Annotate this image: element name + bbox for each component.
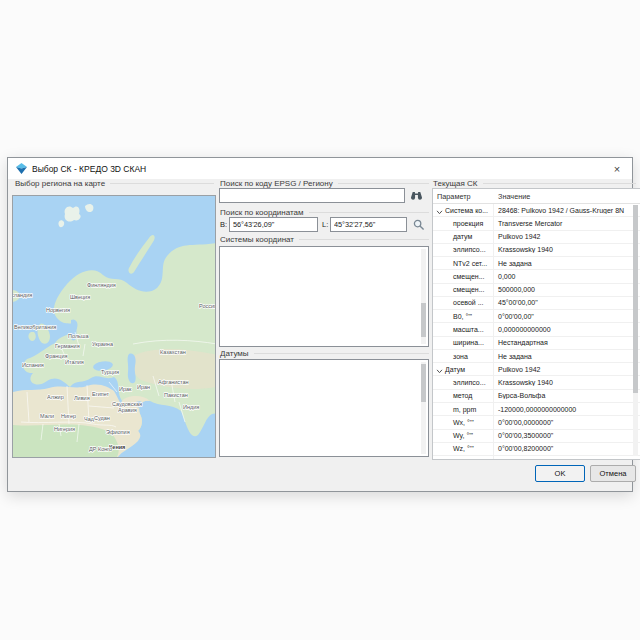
map-region-picker[interactable]: ИсландияФинляндияШвецияНорвегияРоссияВел… bbox=[12, 195, 216, 458]
param-value: 0°00'00,8200000" bbox=[494, 445, 640, 452]
l-coordinate-label: L: bbox=[322, 220, 328, 229]
param-value: 0°00'00,3500000" bbox=[494, 432, 640, 439]
svg-text:Испания: Испания bbox=[22, 362, 44, 368]
app-logo-icon bbox=[16, 163, 27, 174]
table-row[interactable]: Wz, °'" 0°00'00,8200000" bbox=[433, 443, 640, 456]
b-coordinate-input[interactable] bbox=[229, 217, 318, 232]
group-datums: Датумы bbox=[220, 348, 429, 358]
svg-text:Финляндия: Финляндия bbox=[87, 282, 116, 288]
chevron-down-icon[interactable] bbox=[436, 363, 443, 375]
svg-text:Турция: Турция bbox=[101, 369, 119, 375]
param-value: Krassowsky 1940 bbox=[494, 379, 640, 386]
table-row[interactable]: Датум Pulkovo 1942 bbox=[433, 363, 640, 376]
param-name: ширина... bbox=[453, 339, 484, 346]
table-row[interactable]: ширина... Нестандартная bbox=[433, 337, 640, 350]
datums-list[interactable] bbox=[219, 359, 429, 457]
param-name: Wz, °'" bbox=[453, 445, 474, 452]
table-row[interactable]: проекция Transverse Mercator bbox=[433, 217, 640, 230]
epsg-search-input[interactable] bbox=[219, 188, 405, 203]
ok-button[interactable]: OK bbox=[535, 465, 585, 482]
param-value: Transverse Mercator bbox=[494, 220, 640, 227]
close-icon[interactable]: × bbox=[602, 158, 632, 179]
svg-text:Судан: Судан bbox=[94, 415, 110, 421]
svg-text:Эфиопия: Эфиопия bbox=[106, 429, 130, 435]
b-coordinate-label: B: bbox=[220, 220, 227, 229]
svg-text:Польша: Польша bbox=[68, 333, 89, 339]
svg-text:Норвегия: Норвегия bbox=[46, 307, 70, 313]
param-name: смещен... bbox=[453, 286, 484, 293]
l-coordinate-input[interactable] bbox=[330, 217, 407, 232]
table-row[interactable]: датум Pulkovo 1942 bbox=[433, 231, 640, 244]
param-name: метод bbox=[453, 392, 472, 399]
svg-text:Пакистан: Пакистан bbox=[164, 392, 188, 398]
svg-text:Афганистан: Афганистан bbox=[158, 379, 189, 385]
param-value: Pulkovo 1942 bbox=[494, 366, 640, 373]
find-by-code-button[interactable] bbox=[406, 188, 426, 203]
svg-text:Германия: Германия bbox=[55, 343, 80, 349]
svg-text:Ливия: Ливия bbox=[74, 395, 90, 401]
param-name: B0, °'" bbox=[453, 313, 472, 320]
svg-text:Индия: Индия bbox=[183, 404, 199, 410]
current-sk-table: Параметр Значение Система ко... 28468: P… bbox=[432, 188, 640, 460]
table-row[interactable]: зона Не задана bbox=[433, 350, 640, 363]
table-row[interactable]: NTv2 сет... Не задана bbox=[433, 257, 640, 270]
table-row[interactable]: смещен... 0,000 bbox=[433, 270, 640, 283]
param-value: 0,000 bbox=[494, 273, 640, 280]
svg-text:Украина: Украина bbox=[92, 341, 114, 347]
value-column-header: Значение bbox=[498, 192, 640, 201]
svg-text:Нигерия: Нигерия bbox=[54, 426, 75, 432]
table-row[interactable]: масшта... 0,000000000000 bbox=[433, 323, 640, 336]
param-value: 500000,000 bbox=[494, 286, 640, 293]
magnifier-icon bbox=[413, 219, 425, 231]
param-value: 45°00'00,00" bbox=[494, 299, 640, 306]
param-value: 0°00'00,0000000" bbox=[494, 419, 640, 426]
table-row[interactable]: Wx, °'" 0°00'00,0000000" bbox=[433, 416, 640, 429]
binoculars-icon bbox=[410, 190, 423, 201]
param-value: Не задана bbox=[494, 353, 640, 360]
svg-text:Мали: Мали bbox=[40, 413, 54, 419]
param-value: 0,000000000000 bbox=[494, 326, 640, 333]
titlebar[interactable]: Выбор СК - КРЕДО 3D СКАН × bbox=[8, 158, 632, 179]
param-name: Wy, °'" bbox=[453, 432, 473, 439]
svg-text:ДР Конго: ДР Конго bbox=[89, 446, 112, 452]
group-map-region: Выбор региона на карте bbox=[15, 178, 214, 188]
param-name: эллипсо... bbox=[453, 246, 486, 253]
param-value: Бурса-Вольфа bbox=[494, 392, 640, 399]
param-value: 23,9200 bbox=[494, 459, 640, 460]
param-name: Wx, °'" bbox=[453, 419, 474, 426]
param-name: эллипсо... bbox=[453, 379, 486, 386]
cancel-button[interactable]: Отмена bbox=[590, 465, 636, 482]
group-coord-search: Поиск по координатам bbox=[220, 207, 429, 217]
param-value: Krassowsky 1940 bbox=[494, 246, 640, 253]
param-name: m, ppm bbox=[453, 406, 476, 413]
svg-text:Алжир: Алжир bbox=[47, 394, 64, 400]
param-name: NTv2 сет... bbox=[453, 260, 487, 267]
dialog-coordinate-system-select: Выбор СК - КРЕДО 3D СКАН × Выбор региона… bbox=[7, 157, 633, 492]
svg-text:Казахстан: Казахстан bbox=[160, 349, 186, 355]
table-row[interactable]: Wy, °'" 0°00'00,3500000" bbox=[433, 430, 640, 443]
svg-text:Ирак: Ирак bbox=[119, 386, 132, 392]
datums-scrollbar[interactable] bbox=[421, 362, 426, 454]
table-row[interactable]: эллипсо... Krassowsky 1940 bbox=[433, 376, 640, 389]
svg-text:Великобритания: Великобритания bbox=[14, 324, 56, 330]
param-name: проекция bbox=[453, 220, 483, 227]
param-value: Pulkovo 1942 bbox=[494, 233, 640, 240]
param-name: зона bbox=[453, 353, 468, 360]
table-row[interactable]: метод Бурса-Вольфа bbox=[433, 390, 640, 403]
systems-scrollbar[interactable] bbox=[421, 249, 426, 344]
table-row[interactable]: осевой ... 45°00'00,00" bbox=[433, 297, 640, 310]
param-name: смещен... bbox=[453, 273, 484, 280]
table-row[interactable]: эллипсо... Krassowsky 1940 bbox=[433, 244, 640, 257]
chevron-down-icon[interactable] bbox=[436, 204, 443, 216]
search-by-coordinates-button[interactable] bbox=[409, 217, 429, 232]
table-row[interactable]: m, ppm -120000,0000000000000 bbox=[433, 403, 640, 416]
table-header: Параметр Значение bbox=[433, 189, 640, 204]
param-value: 0°00'00,00" bbox=[494, 313, 640, 320]
table-row[interactable]: смещен... 500000,000 bbox=[433, 284, 640, 297]
table-row[interactable]: B0, °'" 0°00'00,00" bbox=[433, 310, 640, 323]
table-row[interactable]: Система ко... 28468: Pulkovo 1942 / Gaus… bbox=[433, 204, 640, 217]
table-row[interactable]: Dx 23,9200 bbox=[433, 456, 640, 460]
svg-text:Аравия: Аравия bbox=[118, 407, 137, 413]
coordinate-systems-list[interactable] bbox=[219, 246, 429, 347]
table-scrollbar[interactable] bbox=[633, 205, 638, 456]
